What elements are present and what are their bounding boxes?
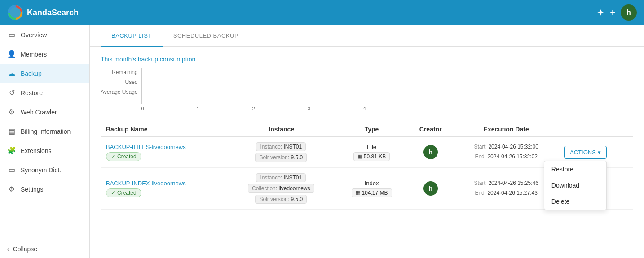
plus-icon[interactable]: + bbox=[610, 8, 615, 18]
sidebar-collapse[interactable]: ‹ Collapse bbox=[0, 240, 89, 258]
user-avatar[interactable]: h bbox=[621, 4, 637, 21]
tab-backup-list[interactable]: BACKUP LIST bbox=[101, 25, 163, 46]
logo-icon bbox=[7, 4, 23, 21]
sidebar-item-billing[interactable]: ▤ Billing Information bbox=[0, 122, 89, 141]
dropdown-restore[interactable]: Restore bbox=[544, 161, 606, 177]
content-area: BACKUP LIST SCHEDULED BACKUP This month'… bbox=[90, 25, 644, 258]
sidebar-label-members: Members bbox=[21, 51, 47, 58]
instance-tag: Instance: INST01 bbox=[256, 142, 306, 151]
sidebar-label-webcrawler: Web Crawler bbox=[21, 109, 57, 116]
chart-title: This month's backup consumption bbox=[101, 56, 633, 63]
collapse-label: Collapse bbox=[13, 245, 37, 253]
type-cell-2: Index ▦ 104.17 MB bbox=[336, 168, 407, 210]
x-axis-2: 2 bbox=[252, 106, 255, 111]
creator-avatar-2: h bbox=[423, 181, 438, 196]
sidebar-label-settings: Settings bbox=[21, 186, 44, 193]
exec-date-cell-2: Start: 2024-04-26 15:25:46 End: 2024-04-… bbox=[454, 168, 559, 210]
th-actions bbox=[559, 122, 633, 137]
grid-icon: ▦ bbox=[357, 153, 362, 159]
instance-cell-2: Instance: INST01 Collection: livedoornew… bbox=[227, 168, 336, 210]
instance-cell: Instance: INST01 Solr version: 9.5.0 bbox=[227, 137, 336, 168]
webcrawler-icon: ⚙ bbox=[7, 108, 16, 116]
end-label: End: bbox=[475, 153, 486, 160]
actions-label: ACTIONS bbox=[570, 149, 596, 156]
extensions-icon: 🧩 bbox=[7, 146, 16, 155]
instance-tag-2: Instance: INST01 bbox=[256, 173, 306, 182]
actions-dropdown: ACTIONS ▾ Restore Download Delete bbox=[564, 146, 607, 159]
chart-label-average: Average Usage bbox=[101, 89, 138, 95]
sidebar-item-members[interactable]: 👤 Members bbox=[0, 44, 89, 64]
th-creator: Creator bbox=[407, 122, 454, 137]
grid-icon-2: ▦ bbox=[356, 190, 360, 196]
topbar: KandaSearch ✦ + h bbox=[0, 0, 644, 25]
solr-tag-2: Solr version: 9.5.0 bbox=[255, 195, 307, 204]
chart-area: 0 1 2 3 4 bbox=[141, 68, 366, 111]
sidebar-label-extensions: Extensions bbox=[21, 147, 51, 154]
sidebar-item-backup[interactable]: ☁ Backup bbox=[0, 64, 89, 83]
exec-date-cell: Start: 2024-04-26 15:32:00 End: 2024-04-… bbox=[454, 137, 559, 168]
size-badge-2: ▦ 104.17 MB bbox=[352, 188, 392, 197]
restore-icon: ↺ bbox=[7, 88, 16, 97]
sidebar-item-synonym-dict[interactable]: ▭ Synonym Dict. bbox=[0, 160, 89, 179]
sidebar-label-overview: Overview bbox=[21, 31, 47, 39]
file-type-2: Index ▦ 104.17 MB bbox=[341, 180, 402, 197]
dropdown-download[interactable]: Download bbox=[544, 177, 606, 193]
puzzle-icon[interactable]: ✦ bbox=[597, 7, 604, 18]
end-value-2: 2024-04-26 15:27:43 bbox=[487, 190, 537, 196]
start-label: Start: bbox=[474, 144, 487, 150]
chart-section: This month's backup consumption Remainin… bbox=[101, 56, 633, 111]
billing-icon: ▤ bbox=[7, 127, 16, 136]
topbar-actions: ✦ + h bbox=[597, 4, 637, 21]
actions-cell: ACTIONS ▾ Restore Download Delete bbox=[559, 137, 633, 168]
sidebar-item-settings[interactable]: ⚙ Settings bbox=[0, 179, 89, 199]
sidebar-item-extensions[interactable]: 🧩 Extensions bbox=[0, 141, 89, 160]
chart-label-remaining: Remaining bbox=[101, 69, 138, 75]
created-badge-2: ✓ Created bbox=[106, 188, 141, 197]
chart-labels: Remaining Used Average Usage bbox=[101, 69, 141, 95]
sidebar-label-billing: Billing Information bbox=[21, 128, 71, 135]
th-type: Type bbox=[336, 122, 407, 137]
backup-name: BACKUP-IFILES-livedoornews bbox=[106, 144, 222, 150]
sidebar-item-web-crawler[interactable]: ⚙ Web Crawler bbox=[0, 102, 89, 122]
sidebar-item-overview[interactable]: ▭ Overview bbox=[0, 25, 89, 44]
overview-icon: ▭ bbox=[7, 31, 16, 39]
backup-name-2: BACKUP-INDEX-livedoornews bbox=[106, 180, 222, 187]
logo: KandaSearch bbox=[7, 4, 79, 21]
tabs-bar: BACKUP LIST SCHEDULED BACKUP bbox=[90, 25, 644, 47]
members-icon: 👤 bbox=[7, 50, 16, 58]
dropdown-delete[interactable]: Delete bbox=[544, 193, 606, 210]
backup-name-cell: BACKUP-IFILES-livedoornews ✓ Created bbox=[101, 137, 227, 168]
created-label: Created bbox=[117, 153, 137, 160]
settings-icon: ⚙ bbox=[7, 185, 16, 193]
start-value: 2024-04-26 15:32:00 bbox=[488, 144, 538, 150]
size-value: 50.81 KB bbox=[364, 153, 386, 160]
type-label: File bbox=[367, 144, 376, 150]
chart-x-axis: 0 1 2 3 4 bbox=[141, 104, 366, 111]
check-icon: ✓ bbox=[111, 153, 115, 160]
synonymdict-icon: ▭ bbox=[7, 166, 16, 174]
sidebar-item-restore[interactable]: ↺ Restore bbox=[0, 83, 89, 102]
actions-button[interactable]: ACTIONS ▾ bbox=[564, 146, 607, 159]
exec-date: Start: 2024-04-26 15:32:00 End: 2024-04-… bbox=[459, 142, 553, 162]
type-label-2: Index bbox=[365, 180, 379, 187]
creator-cell: h bbox=[407, 137, 454, 168]
chart-bars bbox=[141, 68, 366, 104]
tab-scheduled-backup[interactable]: SCHEDULED BACKUP bbox=[163, 25, 249, 46]
creator-cell-2: h bbox=[407, 168, 454, 210]
sidebar-label-synonymdict: Synonym Dict. bbox=[21, 166, 61, 174]
th-instance: Instance bbox=[227, 122, 336, 137]
x-axis-1: 1 bbox=[197, 106, 199, 111]
logo-text: KandaSearch bbox=[27, 8, 79, 17]
actions-dropdown-menu: Restore Download Delete bbox=[544, 161, 607, 210]
start-value-2: 2024-04-26 15:25:46 bbox=[488, 180, 538, 186]
end-value: 2024-04-26 15:32:02 bbox=[487, 153, 537, 160]
table-row: BACKUP-IFILES-livedoornews ✓ Created Ins… bbox=[101, 137, 633, 168]
check-icon-2: ✓ bbox=[111, 190, 115, 196]
type-cell: File ▦ 50.81 KB bbox=[336, 137, 407, 168]
collection-tag: Collection: livedoornews bbox=[248, 184, 314, 193]
x-axis-4: 4 bbox=[363, 106, 366, 111]
collapse-chevron-icon: ‹ bbox=[7, 245, 9, 253]
backup-table: Backup Name Instance Type Creator Execut… bbox=[101, 122, 633, 210]
sidebar: ▭ Overview 👤 Members ☁ Backup ↺ Restore … bbox=[0, 25, 90, 258]
size-badge: ▦ 50.81 KB bbox=[353, 152, 390, 161]
